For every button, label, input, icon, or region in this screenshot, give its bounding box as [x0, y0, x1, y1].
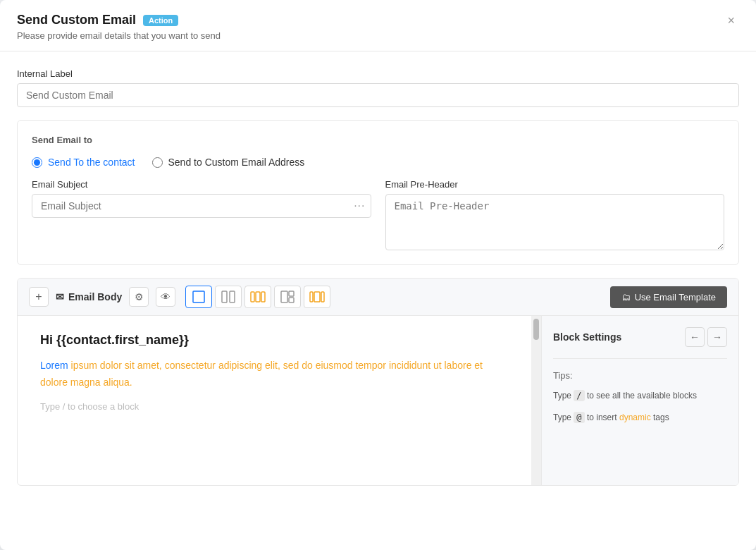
email-body-section: + ✉ Email Body ⚙ 👁 [17, 278, 739, 486]
modal-container: Send Custom Email Action Please provide … [0, 0, 756, 550]
svg-rect-0 [193, 291, 204, 302]
nav-buttons: ← → [685, 327, 727, 347]
email-fields-row: Email Subject ··· Email Pre-Header [32, 179, 724, 250]
email-body-content: Hi {{contact.first_name}} Lorem ipsum do… [18, 316, 738, 485]
email-preheader-group: Email Pre-Header [385, 179, 725, 250]
send-email-section: Send Email to Send To the contact Send t… [17, 120, 739, 265]
tip2-code: @ [574, 412, 584, 423]
svg-rect-4 [256, 292, 260, 302]
internal-label-input[interactable]: Send Custom Email [17, 83, 739, 107]
back-icon: ← [690, 331, 700, 343]
radio-group: Send To the contact Send to Custom Email… [32, 157, 724, 168]
block-settings-title: Block Settings [553, 331, 621, 343]
svg-rect-6 [281, 291, 287, 302]
use-template-button[interactable]: 🗂 Use Email Template [610, 286, 727, 308]
eye-icon: 👁 [161, 291, 171, 302]
forward-icon: → [712, 331, 722, 343]
tips-label: Tips: [553, 370, 727, 381]
email-subject-group: Email Subject ··· [32, 179, 371, 250]
tip-slash: Type / to see all the available blocks [553, 389, 727, 403]
toolbar-left: + ✉ Email Body ⚙ 👁 [29, 286, 330, 308]
internal-label-text: Internal Label [17, 68, 739, 79]
layout-wide-button[interactable] [304, 286, 330, 308]
scroll-thumb [533, 319, 539, 340]
body-text-orange: ipsum dolor sit amet, consectetur adipis… [40, 360, 483, 388]
svg-rect-9 [310, 292, 313, 302]
internal-label-group: Internal Label Send Custom Email [17, 68, 739, 107]
radio-custom-label: Send to Custom Email Address [168, 157, 305, 168]
email-body-paragraph: Lorem ipsum dolor sit amet, consectetur … [40, 358, 509, 391]
svg-rect-3 [251, 292, 254, 302]
email-preheader-input[interactable] [385, 194, 725, 250]
back-button[interactable]: ← [685, 327, 705, 347]
subject-dots-button[interactable]: ··· [354, 200, 365, 212]
type-placeholder: Type / to choose a block [40, 401, 509, 412]
tip1-pre: Type [553, 391, 574, 401]
modal-title-row: Send Custom Email Action [17, 13, 221, 28]
settings-button[interactable]: ⚙ [129, 287, 149, 307]
svg-rect-5 [261, 292, 265, 302]
modal-body: Internal Label Send Custom Email Send Em… [0, 51, 756, 550]
send-email-title: Send Email to [32, 135, 724, 145]
preview-button[interactable]: 👁 [156, 287, 175, 307]
svg-rect-2 [230, 291, 235, 302]
layout-mixed-button[interactable] [274, 286, 301, 308]
svg-rect-10 [314, 292, 320, 302]
gear-icon: ⚙ [135, 291, 144, 302]
tip-at: Type @ to insert dynamic tags [553, 411, 727, 424]
add-icon: + [35, 291, 42, 303]
modal-title: Send Custom Email [17, 13, 136, 28]
dots-icon: ··· [354, 200, 365, 212]
modal-header: Send Custom Email Action Please provide … [0, 0, 756, 51]
use-template-label: Use Email Template [635, 292, 716, 302]
layout-two-col-button[interactable] [215, 286, 242, 308]
radio-contact-label: Send To the contact [48, 157, 135, 168]
email-subject-label: Email Subject [32, 179, 371, 190]
tip2-pre: Type [553, 412, 574, 422]
forward-button[interactable]: → [707, 327, 727, 347]
email-subject-input[interactable] [32, 194, 371, 218]
tip1-code: / [574, 390, 584, 401]
email-icon: ✉ [56, 291, 64, 302]
folder-icon: 🗂 [621, 292, 631, 302]
header-left: Send Custom Email Action Please provide … [17, 13, 221, 41]
add-block-button[interactable]: + [29, 287, 49, 307]
body-text-blue: Lorem [40, 360, 71, 371]
tip2-post: to insert dynamic tags [585, 412, 669, 422]
layout-single-button[interactable] [185, 286, 212, 308]
close-icon: × [727, 13, 735, 28]
block-settings-panel: Block Settings ← → Tips: Ty [541, 316, 738, 485]
modal-subtitle: Please provide email details that you wa… [17, 30, 221, 41]
layout-buttons [185, 286, 330, 308]
svg-rect-7 [289, 291, 294, 296]
email-editor[interactable]: Hi {{contact.first_name}} Lorem ipsum do… [18, 316, 531, 485]
layout-three-col-button[interactable] [244, 286, 271, 308]
email-body-label: ✉ Email Body [56, 291, 122, 302]
action-badge: Action [143, 15, 178, 26]
email-greeting: Hi {{contact.first_name}} [40, 333, 509, 348]
email-subject-input-wrapper: ··· [32, 194, 371, 218]
email-preheader-label: Email Pre-Header [385, 179, 725, 190]
svg-rect-8 [289, 298, 294, 302]
tip1-post: to see all the available blocks [585, 391, 697, 401]
svg-rect-1 [222, 291, 227, 302]
radio-contact[interactable]: Send To the contact [32, 157, 135, 168]
svg-rect-11 [321, 292, 324, 302]
block-settings-header: Block Settings ← → [553, 327, 727, 347]
radio-custom-input[interactable] [152, 157, 163, 168]
editor-scrollbar[interactable] [531, 316, 541, 485]
settings-divider [553, 358, 727, 359]
close-button[interactable]: × [723, 13, 739, 28]
email-body-text: Email Body [68, 291, 122, 302]
email-body-toolbar: + ✉ Email Body ⚙ 👁 [18, 279, 738, 316]
radio-custom[interactable]: Send to Custom Email Address [152, 157, 305, 168]
radio-contact-input[interactable] [32, 157, 42, 168]
